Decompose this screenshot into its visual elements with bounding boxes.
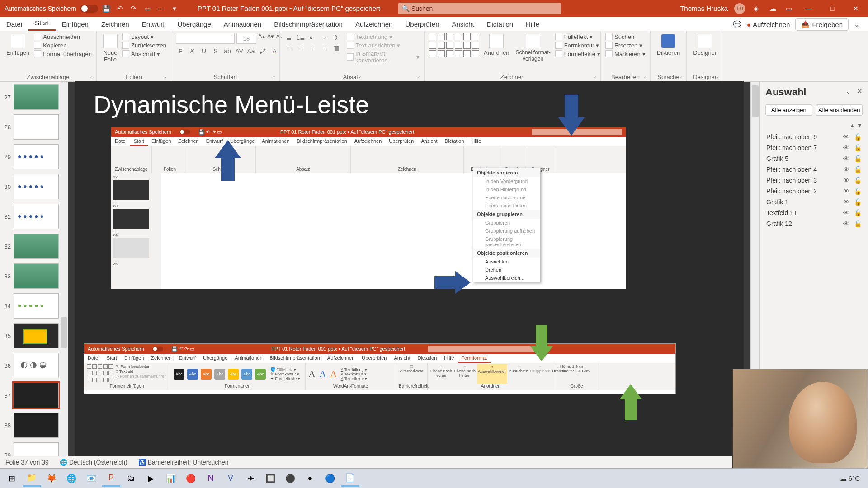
replace-button[interactable]: Ersetzen ▾	[605, 42, 646, 49]
thumb-36[interactable]	[14, 353, 59, 378]
firefox-icon[interactable]: 🦊	[42, 470, 61, 487]
slide-canvas[interactable]: Dynamische Menü-Leiste Automatisches Spe…	[68, 82, 750, 456]
increase-font-icon[interactable]: A▴	[258, 33, 265, 44]
app-icon[interactable]: 📄	[341, 470, 359, 487]
fontcolor-button[interactable]: A	[270, 47, 279, 56]
align-right-icon[interactable]: ≡	[308, 43, 317, 52]
obs-icon[interactable]: ⚫	[281, 470, 299, 487]
tab-uebergaenge[interactable]: Übergänge	[171, 18, 217, 31]
vlc-icon[interactable]: ▶	[142, 470, 160, 487]
user-name[interactable]: Thomas Hruska	[680, 5, 728, 12]
lock-icon[interactable]: 🔓	[854, 198, 862, 206]
tab-bildschirm[interactable]: Bildschirmpräsentation	[268, 18, 349, 31]
weather-widget[interactable]: ☁ 6°C	[840, 474, 860, 483]
app-icon[interactable]: 🔴	[182, 470, 200, 487]
tab-hilfe[interactable]: Hilfe	[519, 18, 546, 31]
justify-icon[interactable]: ≡	[320, 43, 329, 52]
new-slide-button[interactable]: Neue Folie	[101, 33, 119, 64]
language-indicator[interactable]: 🌐 Deutsch (Österreich)	[60, 459, 127, 466]
thumb-39[interactable]	[14, 442, 59, 456]
tab-aufzeichnen[interactable]: Aufzeichnen	[349, 18, 399, 31]
paste-button[interactable]: Einfügen	[5, 33, 31, 57]
start-button[interactable]: ⊞	[3, 470, 21, 487]
sel-item[interactable]: Grafik 12👁🔓	[765, 218, 863, 229]
onenote-icon[interactable]: N	[202, 470, 220, 487]
share-button[interactable]: 📤 Freigeben	[795, 18, 849, 31]
italic-button[interactable]: K	[188, 47, 197, 56]
qat-dropdown-icon[interactable]: ▾	[170, 4, 179, 14]
search-input[interactable]: 🔍 Suchen	[398, 3, 561, 14]
sel-item[interactable]: Pfeil: nach oben 7👁🔓	[765, 142, 863, 153]
autosave-toggle[interactable]	[80, 5, 98, 13]
dictate-button[interactable]: Diktieren	[655, 33, 682, 57]
strike-button[interactable]: S	[211, 47, 220, 56]
tab-datei[interactable]: Datei	[0, 18, 28, 31]
section-button[interactable]: Abschnitt ▾	[122, 50, 166, 57]
diamond-icon[interactable]: ◈	[751, 4, 761, 14]
thumbs-scrollbar[interactable]	[60, 82, 68, 456]
find-button[interactable]: Suchen	[605, 33, 646, 40]
font-family-input[interactable]	[176, 33, 235, 44]
thumb-27[interactable]	[14, 84, 59, 110]
underline-button[interactable]: U	[199, 47, 208, 56]
shadow-button[interactable]: ab	[223, 47, 232, 56]
tab-ueberpruefen[interactable]: Überprüfen	[399, 18, 445, 31]
reset-button[interactable]: Zurücksetzen	[122, 42, 166, 49]
linespacing-icon[interactable]: ⇕	[331, 33, 340, 42]
thumb-34[interactable]	[14, 293, 59, 319]
lock-icon[interactable]: 🔓	[854, 166, 862, 173]
minimize-button[interactable]: —	[800, 0, 817, 17]
textdir-button[interactable]: Textrichtung ▾	[347, 33, 420, 40]
highlight-button[interactable]: 🖍	[258, 47, 267, 56]
slideshow-icon[interactable]: ▭	[142, 4, 152, 14]
align-center-icon[interactable]: ≡	[296, 43, 305, 52]
lock-icon[interactable]: 🔓	[854, 155, 862, 162]
sel-item[interactable]: Pfeil: nach oben 9👁🔓	[765, 131, 863, 142]
smartart-button[interactable]: In SmartArt konvertieren ▾	[347, 50, 420, 64]
powerpoint-icon[interactable]: P	[102, 470, 120, 487]
cut-button[interactable]: Ausschneiden	[34, 33, 92, 40]
tab-entwurf[interactable]: Entwurf	[136, 18, 171, 31]
eye-icon[interactable]: 👁	[843, 144, 849, 151]
thumb-37[interactable]	[14, 383, 59, 408]
accessibility-check[interactable]: ♿ Barrierefreiheit: Untersuchen	[138, 459, 229, 466]
fill-button[interactable]: Fülleffekt ▾	[555, 33, 600, 40]
designer-button[interactable]: Designer	[691, 33, 718, 57]
lock-icon[interactable]: 🔓	[854, 220, 862, 227]
quickstyles-button[interactable]: Schnellformat- vorlagen	[514, 33, 552, 63]
eye-icon[interactable]: 👁	[843, 209, 849, 216]
outdent-icon[interactable]: ⇤	[308, 33, 317, 42]
tab-zeichnen[interactable]: Zeichnen	[95, 18, 136, 31]
tab-ansicht[interactable]: Ansicht	[446, 18, 481, 31]
undo-icon[interactable]: ↶	[115, 4, 125, 14]
indent-icon[interactable]: ⇥	[320, 33, 329, 42]
slide-thumbnails[interactable]: 27 28 29 30 31 32 33 34 35 36 37 38 39	[0, 82, 68, 456]
numbering-icon[interactable]: 1≣	[296, 33, 305, 42]
spacing-button[interactable]: AV	[235, 47, 244, 56]
thumb-38[interactable]	[14, 413, 59, 438]
shapes-gallery[interactable]	[429, 33, 479, 57]
columns-icon[interactable]: ▥	[331, 43, 340, 52]
copy-button[interactable]: Kopieren	[34, 42, 92, 49]
tab-animationen[interactable]: Animationen	[217, 18, 268, 31]
eye-icon[interactable]: 👁	[843, 177, 849, 184]
hide-all-button[interactable]: Alle ausblenden	[816, 104, 863, 116]
app-icon[interactable]: ●	[301, 470, 319, 487]
thumb-29[interactable]	[14, 144, 59, 169]
font-size-input[interactable]: 18	[236, 33, 256, 44]
thumb-35[interactable]	[14, 323, 59, 348]
eye-icon[interactable]: 👁	[843, 166, 849, 173]
format-painter-button[interactable]: Format übertragen	[34, 50, 92, 57]
record-button[interactable]: Aufzeichnen	[747, 21, 790, 28]
sel-item[interactable]: Grafik 5👁🔓	[765, 153, 863, 164]
ribbon-mode-icon[interactable]: ▭	[784, 4, 794, 14]
sel-item[interactable]: Textfeld 11👁🔓	[765, 207, 863, 218]
user-avatar[interactable]: TH	[734, 3, 745, 14]
lock-icon[interactable]: 🔓	[854, 209, 862, 216]
collapse-ribbon-icon[interactable]: ⌄	[854, 20, 860, 28]
eye-icon[interactable]: 👁	[843, 133, 849, 141]
slide-counter[interactable]: Folie 37 von 39	[5, 459, 49, 466]
app-icon[interactable]: 📊	[162, 470, 180, 487]
redo-icon[interactable]: ↷	[129, 4, 139, 14]
thumb-30[interactable]	[14, 174, 59, 199]
